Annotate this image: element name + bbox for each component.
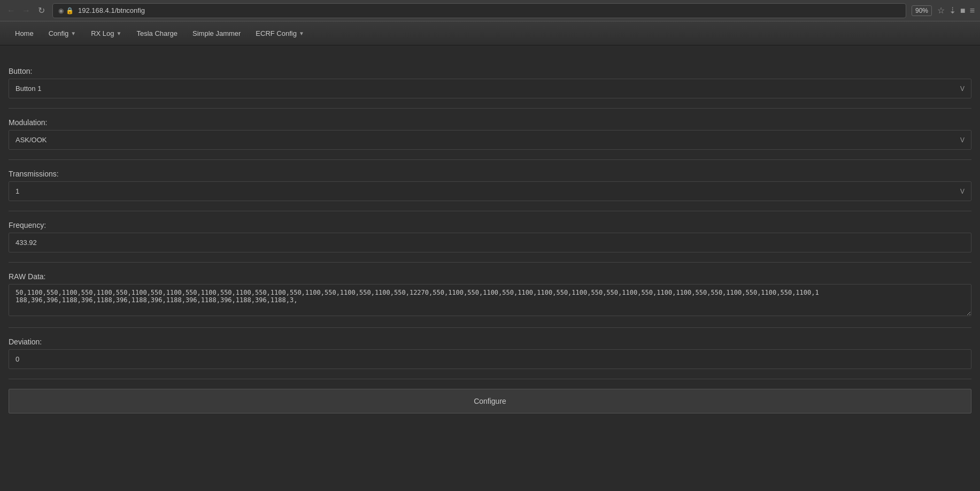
transmissions-label: Transmissions: <box>9 170 971 178</box>
nav-label-config: Config <box>49 29 69 37</box>
modulation-select-wrap: ASK/OOK 2-FSK GFSK MSK V <box>9 130 971 150</box>
deviation-section: Deviation: <box>9 337 971 369</box>
divider-4 <box>9 262 971 263</box>
nav-item-ecrf-config[interactable]: ECRF Config ▼ <box>249 25 310 42</box>
main-content: Button: Button 1 Button 2 Button 3 Butto… <box>0 45 980 424</box>
nav-label-rxlog: RX Log <box>91 29 114 37</box>
forward-icon[interactable]: → <box>20 6 32 16</box>
frequency-input[interactable] <box>9 233 971 252</box>
raw-data-label: RAW Data: <box>9 272 971 281</box>
nav-item-config[interactable]: Config ▼ <box>42 25 82 42</box>
menu-icon[interactable]: ≡ <box>970 6 975 16</box>
modulation-label: Modulation: <box>9 118 971 127</box>
browser-right-actions: ☆ ⇣ ■ ≡ <box>937 5 975 16</box>
address-bar[interactable]: ◉ 🔒 192.168.4.1/btnconfig <box>52 3 906 18</box>
browser-nav-group: ← → ↻ <box>5 5 47 16</box>
nav-item-tesla-charge[interactable]: Tesla Charge <box>130 25 184 42</box>
divider-6 <box>9 379 971 379</box>
browser-bar: ← → ↻ ◉ 🔒 192.168.4.1/btnconfig 90% ☆ ⇣ … <box>0 0 980 21</box>
deviation-label: Deviation: <box>9 337 971 346</box>
bookmark-icon[interactable]: ☆ <box>937 5 945 16</box>
transmissions-select[interactable]: 1 2 3 5 10 <box>9 182 971 201</box>
button-label: Button: <box>9 67 971 75</box>
button-section: Button: Button 1 Button 2 Button 3 Butto… <box>9 67 971 98</box>
rxlog-dropdown-arrow: ▼ <box>117 30 122 36</box>
nav-label-home: Home <box>15 29 34 37</box>
extension-icon[interactable]: ■ <box>960 6 966 16</box>
raw-data-textarea[interactable]: 50,1100,550,1100,550,1100,550,1100,550,1… <box>9 284 971 316</box>
security-icons: ◉ 🔒 <box>58 7 74 14</box>
button-select-wrap: Button 1 Button 2 Button 3 Button 4 V <box>9 79 971 98</box>
divider-3 <box>9 211 971 211</box>
divider-5 <box>9 327 971 328</box>
transmissions-select-wrap: 1 2 3 5 10 V <box>9 181 971 201</box>
divider-1 <box>9 108 971 109</box>
shield-icon: ◉ <box>58 7 64 14</box>
nav-item-rxlog[interactable]: RX Log ▼ <box>84 25 128 42</box>
nav-label-ecrf-config: ECRF Config <box>256 29 297 37</box>
modulation-select[interactable]: ASK/OOK 2-FSK GFSK MSK <box>9 131 971 149</box>
configure-button[interactable]: Configure <box>9 389 971 413</box>
url-text: 192.168.4.1/btnconfig <box>78 6 900 14</box>
nav-label-tesla-charge: Tesla Charge <box>136 29 178 37</box>
raw-data-section: RAW Data: 50,1100,550,1100,550,1100,550,… <box>9 272 971 318</box>
back-icon[interactable]: ← <box>5 6 17 16</box>
transmissions-section: Transmissions: 1 2 3 5 10 V <box>9 170 971 201</box>
divider-2 <box>9 159 971 160</box>
button-select[interactable]: Button 1 Button 2 Button 3 Button 4 <box>9 79 971 98</box>
config-dropdown-arrow: ▼ <box>71 30 76 36</box>
nav-item-simple-jammer[interactable]: Simple Jammer <box>186 25 247 42</box>
zoom-level[interactable]: 90% <box>912 5 932 16</box>
frequency-section: Frequency: <box>9 221 971 252</box>
ecrf-dropdown-arrow: ▼ <box>299 30 304 36</box>
deviation-input[interactable] <box>9 349 971 369</box>
frequency-label: Frequency: <box>9 221 971 229</box>
lock-icon: 🔒 <box>66 7 74 14</box>
navbar: Home Config ▼ RX Log ▼ Tesla Charge Simp… <box>0 21 980 45</box>
nav-label-simple-jammer: Simple Jammer <box>192 29 241 37</box>
modulation-section: Modulation: ASK/OOK 2-FSK GFSK MSK V <box>9 118 971 150</box>
nav-item-home[interactable]: Home <box>9 25 40 42</box>
save-icon[interactable]: ⇣ <box>949 5 956 16</box>
refresh-icon[interactable]: ↻ <box>35 5 47 16</box>
